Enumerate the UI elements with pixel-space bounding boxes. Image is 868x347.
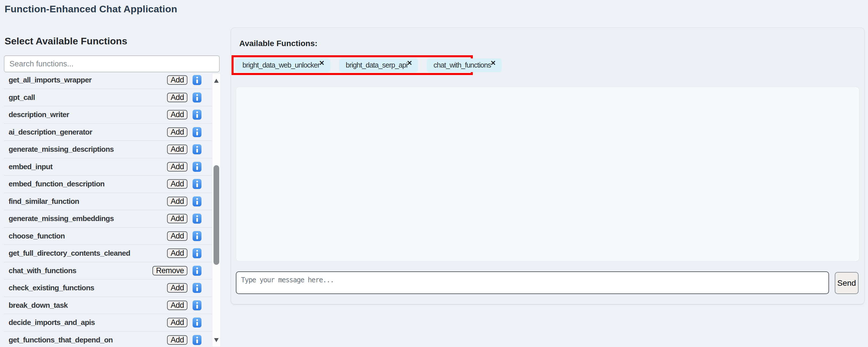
- function-action-button[interactable]: Add: [167, 283, 187, 292]
- function-action-button[interactable]: Add: [167, 248, 187, 258]
- function-name: choose_function: [9, 232, 65, 241]
- function-list: get_all_imports_wrapper Add gpt_call Add…: [4, 72, 212, 347]
- function-row: gpt_call Add: [4, 89, 212, 106]
- function-action-button[interactable]: Add: [167, 75, 187, 85]
- info-icon[interactable]: [192, 75, 202, 85]
- chip-remove-icon[interactable]: ✕: [490, 60, 496, 66]
- function-name: find_similar_function: [9, 197, 79, 206]
- function-row: embed_input Add: [4, 158, 212, 176]
- function-row: choose_function Add: [4, 228, 212, 245]
- selected-function-chip: bright_data_web_unlocker ✕: [236, 59, 331, 72]
- function-name: break_down_task: [9, 301, 68, 310]
- info-icon[interactable]: [192, 162, 202, 172]
- function-action-button[interactable]: Add: [167, 301, 187, 310]
- function-name: generate_missing_embeddings: [9, 214, 114, 223]
- info-icon[interactable]: [192, 335, 202, 345]
- function-row: decide_imports_and_apis Add: [4, 314, 212, 332]
- scroll-down-icon[interactable]: [214, 338, 219, 342]
- function-row: find_similar_function Add: [4, 193, 212, 210]
- function-row: ai_description_generator Add: [4, 124, 212, 141]
- function-row: chat_with_functions Remove: [4, 262, 212, 280]
- function-name: check_existing_functions: [9, 283, 94, 292]
- function-name: chat_with_functions: [9, 266, 76, 275]
- function-action-button[interactable]: Add: [167, 179, 187, 189]
- function-action-button[interactable]: Add: [167, 128, 187, 137]
- function-row: check_existing_functions Add: [4, 279, 212, 297]
- function-row: break_down_task Add: [4, 297, 212, 314]
- scrollbar[interactable]: [212, 73, 221, 347]
- function-row: get_all_imports_wrapper Add: [4, 72, 212, 89]
- function-action-button[interactable]: Add: [167, 318, 187, 327]
- chat-messages-area: [236, 87, 859, 262]
- function-row: embed_function_description Add: [4, 175, 212, 193]
- chip-remove-icon[interactable]: ✕: [407, 60, 412, 66]
- function-action-button[interactable]: Remove: [152, 266, 187, 275]
- info-icon[interactable]: [192, 110, 202, 120]
- info-icon[interactable]: [192, 144, 202, 154]
- info-icon[interactable]: [192, 231, 202, 241]
- function-row: generate_missing_descriptions Add: [4, 141, 212, 158]
- info-icon[interactable]: [192, 127, 202, 137]
- function-action-button[interactable]: Add: [167, 162, 187, 172]
- send-button[interactable]: Send: [835, 272, 859, 294]
- info-icon[interactable]: [192, 266, 202, 276]
- function-action-button[interactable]: Add: [167, 145, 187, 154]
- function-name: get_all_imports_wrapper: [9, 76, 91, 84]
- info-icon[interactable]: [192, 197, 202, 206]
- info-icon[interactable]: [192, 214, 202, 223]
- function-name: generate_missing_descriptions: [9, 145, 114, 154]
- function-name: decide_imports_and_apis: [9, 318, 95, 327]
- info-icon[interactable]: [192, 179, 202, 189]
- info-icon[interactable]: [192, 283, 202, 293]
- function-row: generate_missing_embeddings Add: [4, 210, 212, 228]
- info-icon[interactable]: [192, 248, 202, 258]
- search-input[interactable]: [4, 56, 219, 72]
- chip-label: bright_data_serp_api: [346, 61, 407, 69]
- annotation-box: bright_data_web_unlocker ✕ bright_data_s…: [231, 55, 473, 75]
- message-input[interactable]: [236, 271, 829, 294]
- selected-function-chip: bright_data_serp_api ✕: [339, 59, 418, 72]
- info-icon[interactable]: [192, 93, 202, 103]
- info-icon[interactable]: [192, 300, 202, 310]
- function-action-button[interactable]: Add: [167, 197, 187, 206]
- chip-label: chat_with_functions: [434, 61, 491, 69]
- scrollbar-thumb[interactable]: [214, 165, 219, 265]
- function-action-button[interactable]: Add: [167, 93, 187, 102]
- chip-label: bright_data_web_unlocker: [242, 61, 319, 69]
- chip-remove-icon[interactable]: ✕: [319, 60, 324, 66]
- function-row: get_functions_that_depend_on Add: [4, 332, 212, 347]
- function-name: get_functions_that_depend_on: [9, 336, 113, 344]
- function-action-button[interactable]: Add: [167, 214, 187, 223]
- function-action-button[interactable]: Add: [167, 231, 187, 241]
- function-name: embed_input: [9, 162, 53, 171]
- function-name: get_full_directory_contents_cleaned: [9, 249, 130, 258]
- available-functions-label: Available Functions:: [239, 39, 317, 48]
- left-panel-heading: Select Available Functions: [5, 35, 127, 47]
- function-name: description_writer: [9, 110, 69, 119]
- function-name: embed_function_description: [9, 179, 104, 188]
- function-action-button[interactable]: Add: [167, 110, 187, 119]
- function-name: ai_description_generator: [9, 128, 92, 137]
- app-root: Function-Enhanced Chat Application Selec…: [0, 0, 868, 347]
- function-row: get_full_directory_contents_cleaned Add: [4, 245, 212, 262]
- function-action-button[interactable]: Add: [167, 335, 187, 345]
- scroll-up-icon[interactable]: [214, 79, 219, 83]
- function-row: description_writer Add: [4, 106, 212, 124]
- page-title: Function-Enhanced Chat Application: [5, 3, 177, 14]
- info-icon[interactable]: [192, 317, 202, 327]
- selected-function-chip: chat_with_functions ✕: [427, 59, 502, 72]
- function-name: gpt_call: [9, 93, 35, 102]
